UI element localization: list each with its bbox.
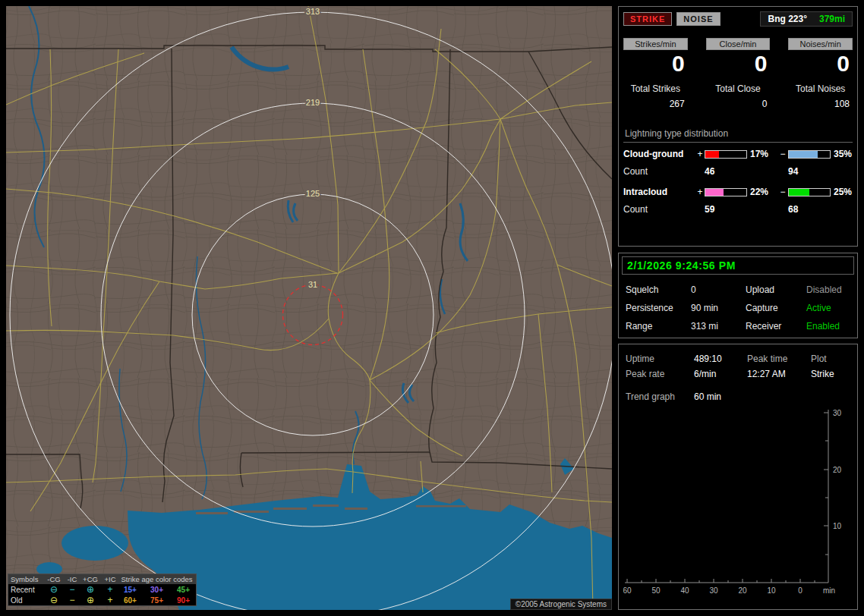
cloud-ground-counts: Count 46 94 <box>623 166 853 177</box>
ic-minus-bar <box>788 188 831 196</box>
cg-plus-bar <box>705 150 747 159</box>
trend-graph-label: Trend graph <box>626 391 694 402</box>
x-tick-60: 60 <box>623 586 632 595</box>
legend-symbols-header: Symbols <box>11 575 44 583</box>
strikes-per-min-button[interactable]: Strikes/min <box>623 38 688 50</box>
x-tick-50: 50 <box>651 586 661 595</box>
strike-legend: Symbols -CG -IC +CG +IC Strike age color… <box>8 574 197 606</box>
legend-row-old: Old ⊖ − ⊕ + 60+ 75+ 90+ <box>8 595 196 605</box>
tab-noise[interactable]: NOISE <box>676 12 720 26</box>
cloud-ground-label: Cloud-ground <box>623 149 695 159</box>
strike-stats-panel: STRIKE NOISE Bng 223° 379mi Strikes/min … <box>618 6 858 247</box>
total-noises-label: Total Noises <box>788 83 853 94</box>
ic-plus-count: 59 <box>705 204 747 215</box>
copyright-notice: ©2005 Astrogenic Systems <box>510 599 612 610</box>
neg-cg-recent-icon: ⊖ <box>44 585 64 594</box>
trend-graph-value: 60 min <box>694 391 747 402</box>
y-minor-ticks <box>825 441 828 555</box>
ic-minus-bar-fill <box>789 189 809 196</box>
minus-sign: − <box>777 149 788 159</box>
range-value: 313 mi <box>691 321 746 332</box>
plus-sign: + <box>695 187 705 197</box>
peak-rate-label: Peak rate <box>626 369 694 379</box>
status-row-squelch: Squelch 0 Upload Disabled <box>622 284 854 295</box>
uptime-row: Uptime 489:10 Peak time Plot <box>623 354 853 364</box>
panel-tabs: STRIKE NOISE Bng 223° 379mi <box>623 11 853 27</box>
legend-header: Symbols -CG -IC +CG +IC Strike age color… <box>8 574 196 584</box>
age-90: 90+ <box>177 596 190 605</box>
peak-time-label: Peak time <box>747 354 811 364</box>
range-label: Range <box>626 321 691 332</box>
datetime-display: 2/1/2026 9:24:56 PM <box>622 256 854 275</box>
cg-plus-count: 46 <box>705 166 747 177</box>
age-45: 45+ <box>177 586 190 594</box>
x-tick-10: 10 <box>767 586 776 595</box>
pos-ic-recent-icon: + <box>100 585 120 594</box>
close-per-min-value: 0 <box>706 52 771 75</box>
trend-graph-plot: 30 20 10 60 50 40 30 20 10 0 min <box>623 407 853 598</box>
noises-per-min-value: 0 <box>788 52 853 75</box>
strike-map[interactable]: 313 219 125 31 Symbols -CG -IC +CG +IC S… <box>6 6 612 610</box>
age-codes-recent: 15+ 30+ 45+ <box>120 586 194 594</box>
legend-col-pos-cg: +CG <box>80 575 100 583</box>
counter-close: Close/min 0 Total Close 0 <box>706 38 771 109</box>
uptime-label: Uptime <box>626 354 694 364</box>
pos-ic-old-icon: + <box>100 596 120 605</box>
ring-label-31: 31 <box>308 280 317 289</box>
distribution-row-cloud-ground: Cloud-ground + 17% − 35% <box>623 149 853 159</box>
counter-strikes: Strikes/min 0 Total Strikes 267 <box>623 38 688 109</box>
cg-count-label: Count <box>623 166 695 177</box>
rate-counters: Strikes/min 0 Total Strikes 267 Close/mi… <box>623 38 853 109</box>
legend-row-recent: Recent ⊖ − ⊕ + 15+ 30+ 45+ <box>8 584 196 595</box>
pos-cg-old-icon: ⊕ <box>80 596 100 605</box>
peak-time-value: 12:27 AM <box>747 369 811 379</box>
age-75: 75+ <box>150 596 163 605</box>
capture-label: Capture <box>746 303 806 313</box>
status-row-persistence: Persistence 90 min Capture Active <box>622 303 854 313</box>
ring-label-219: 219 <box>306 98 320 107</box>
plot-label: Plot <box>811 354 853 364</box>
ic-minus-count: 68 <box>788 204 831 215</box>
upload-label: Upload <box>746 284 806 295</box>
status-row-range: Range 313 mi Receiver Enabled <box>622 321 854 332</box>
legend-col-pos-ic: +IC <box>100 575 120 583</box>
legend-age-header: Strike age color codes <box>120 575 194 583</box>
legend-col-neg-cg: -CG <box>44 575 64 583</box>
trend-axes <box>625 410 828 583</box>
age-codes-old: 60+ 75+ 90+ <box>120 596 194 605</box>
receiver-value: Enabled <box>806 321 854 332</box>
intracloud-counts: Count 59 68 <box>623 204 853 215</box>
ic-plus-pct: 22% <box>747 187 777 197</box>
bearing-distance: 379mi <box>819 14 845 24</box>
strikes-per-min-value: 0 <box>623 52 688 75</box>
legend-col-neg-ic: -IC <box>64 575 80 583</box>
nexstorm-window: { "app": { "copyright": "©2005 Astrogeni… <box>0 0 864 616</box>
x-unit-label: min <box>823 586 835 595</box>
y-tick-30: 30 <box>833 409 842 417</box>
legend-old-label: Old <box>11 596 44 605</box>
map-canvas: 313 219 125 31 <box>6 6 612 610</box>
cg-minus-pct: 35% <box>831 149 853 159</box>
age-15: 15+ <box>124 586 137 594</box>
noises-per-min-button[interactable]: Noises/min <box>788 38 853 50</box>
neg-ic-old-icon: − <box>64 596 80 605</box>
age-60: 60+ <box>124 596 137 605</box>
intracloud-label: Intracloud <box>623 187 695 197</box>
cg-minus-bar-fill <box>789 151 818 158</box>
system-status-panel: 2/1/2026 9:24:56 PM Squelch 0 Upload Dis… <box>618 253 858 338</box>
persistence-label: Persistence <box>626 303 691 313</box>
ring-label-313: 313 <box>306 7 320 16</box>
capture-value: Active <box>806 303 854 313</box>
squelch-value: 0 <box>691 284 746 295</box>
tab-strike[interactable]: STRIKE <box>623 12 672 26</box>
neg-cg-old-icon: ⊖ <box>44 596 64 605</box>
distribution-row-intracloud: Intracloud + 22% − 25% <box>623 187 853 197</box>
uptime-value: 489:10 <box>694 354 747 364</box>
plot-value: Strike <box>811 369 853 379</box>
ic-count-label: Count <box>623 204 695 215</box>
x-tick-0: 0 <box>798 586 803 595</box>
close-per-min-button[interactable]: Close/min <box>706 38 771 50</box>
minus-sign: − <box>777 187 788 197</box>
y-tick-10: 10 <box>833 522 842 530</box>
age-30: 30+ <box>150 586 163 594</box>
